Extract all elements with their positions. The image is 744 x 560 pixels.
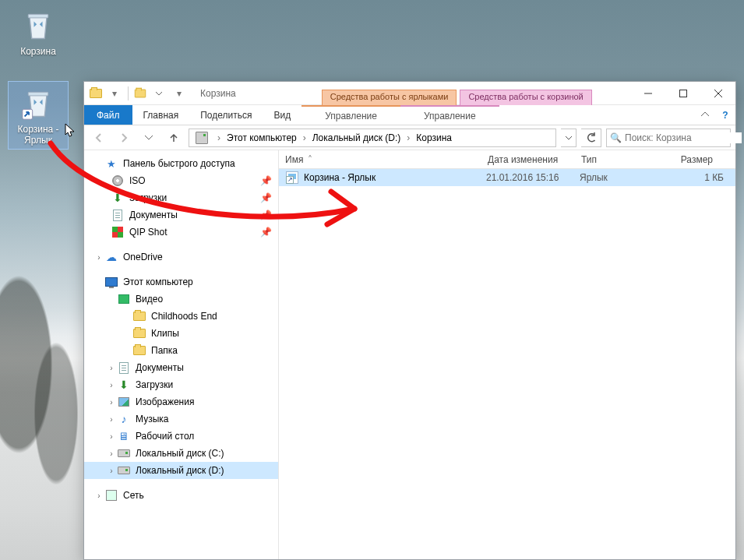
- breadcrumb-this-pc[interactable]: Этот компьютер: [222, 129, 301, 146]
- expander-icon[interactable]: ›: [106, 449, 117, 458]
- tree-desktop[interactable]: › 🖥 Рабочий стол: [84, 428, 278, 445]
- tree-downloads[interactable]: › ⬇ Загрузки: [84, 376, 278, 393]
- tree-pictures[interactable]: › Изображения: [84, 393, 278, 410]
- qat-dropdown-2[interactable]: [150, 85, 167, 102]
- download-icon: ⬇: [111, 191, 125, 205]
- tree-video-sub2[interactable]: Клипы: [84, 325, 278, 342]
- tree-label: Музыка: [136, 414, 272, 424]
- ribbon-tab-manage-recycle[interactable]: Управление: [400, 105, 499, 125]
- ribbon-tab-share[interactable]: Поделиться: [189, 105, 263, 125]
- refresh-button[interactable]: [581, 129, 601, 147]
- qat-properties-icon[interactable]: [133, 86, 147, 100]
- tree-video-sub3[interactable]: Папка: [84, 342, 278, 359]
- pc-icon: [104, 275, 118, 289]
- drive-icon: [117, 463, 131, 477]
- nav-back-button[interactable]: [89, 128, 109, 148]
- context-tab-shortcut-tools[interactable]: Средства работы с ярлыками: [322, 90, 457, 105]
- nav-recent-button[interactable]: [139, 128, 159, 148]
- chevron-down-icon: [145, 134, 153, 142]
- chevron-down-icon: [566, 135, 572, 141]
- column-header-type[interactable]: Тип: [575, 154, 661, 165]
- separator: [128, 86, 129, 100]
- tree-quick-access[interactable]: ★ Панель быстрого доступа: [84, 155, 278, 172]
- svg-rect-0: [28, 14, 48, 18]
- folder-icon: [132, 309, 146, 323]
- tree-qa-qipshot[interactable]: QIP Shot 📌: [84, 224, 278, 241]
- titlebar[interactable]: ▾ ▾ Корзина Средства работы с ярлыками С…: [84, 82, 735, 105]
- tree-label: Загрузки: [129, 192, 257, 203]
- ribbon-tab-view[interactable]: Вид: [263, 105, 301, 125]
- expander-icon[interactable]: ›: [106, 381, 117, 389]
- breadcrumb-chevron[interactable]: ›: [301, 129, 308, 146]
- file-date: 21.01.2016 15:16: [486, 172, 580, 183]
- column-label: Имя: [285, 154, 303, 165]
- network-icon: [104, 488, 118, 502]
- tree-drive-d[interactable]: › Локальный диск (D:): [84, 462, 278, 479]
- ribbon-tab-home[interactable]: Главная: [132, 105, 190, 125]
- tree-video-sub1[interactable]: Childhoods End: [84, 308, 278, 325]
- file-list[interactable]: Корзина - Ярлык 21.01.2016 15:16 Ярлык 1…: [279, 169, 735, 559]
- chevron-up-icon: [701, 111, 709, 118]
- column-header-size[interactable]: Размер: [661, 154, 719, 165]
- breadcrumb-root[interactable]: [191, 129, 216, 146]
- tree-label: OneDrive: [123, 252, 272, 262]
- nav-forward-button[interactable]: [114, 128, 134, 148]
- qat-customize[interactable]: ▾: [171, 85, 188, 102]
- tree-qa-iso[interactable]: ISO 📌: [84, 172, 278, 189]
- arrow-up-icon: [167, 132, 180, 144]
- breadcrumb-drive-d[interactable]: Локальный диск (D:): [308, 129, 406, 146]
- breadcrumb-current[interactable]: Корзина: [411, 129, 457, 146]
- expander-icon[interactable]: ›: [106, 467, 117, 475]
- content-pane: Имя ˄ Дата изменения Тип Размер Корзина …: [279, 150, 735, 559]
- column-header-date[interactable]: Дата изменения: [481, 154, 575, 165]
- tree-music[interactable]: › ♪ Музыка: [84, 410, 278, 428]
- qat-dropdown[interactable]: ▾: [106, 85, 123, 102]
- desktop-icon-recycle-bin[interactable]: Корзина: [8, 3, 69, 61]
- address-history-button[interactable]: [561, 129, 577, 147]
- minimize-button[interactable]: [630, 82, 665, 104]
- ribbon-tab-manage-shortcut[interactable]: Управление: [301, 105, 400, 125]
- refresh-icon: [586, 132, 597, 143]
- disc-icon: [111, 174, 125, 188]
- tree-drive-c[interactable]: › Локальный диск (C:): [84, 445, 278, 462]
- address-bar[interactable]: › Этот компьютер › Локальный диск (D:) ›…: [189, 129, 556, 147]
- tree-label: Локальный диск (C:): [136, 448, 272, 459]
- qip-icon: [111, 225, 125, 239]
- pictures-icon: [117, 395, 131, 409]
- expander-icon[interactable]: ›: [106, 398, 117, 407]
- tree-label: Этот компьютер: [123, 276, 272, 287]
- maximize-button[interactable]: [665, 82, 700, 104]
- expander-icon[interactable]: ›: [93, 253, 104, 262]
- tree-qa-downloads[interactable]: ⬇ Загрузки 📌: [84, 189, 278, 206]
- navigation-tree[interactable]: ★ Панель быстрого доступа ISO 📌 ⬇ Загруз…: [84, 150, 279, 559]
- expander-icon[interactable]: ›: [106, 432, 117, 441]
- breadcrumb-chevron[interactable]: ›: [405, 129, 411, 146]
- nav-up-button[interactable]: [164, 128, 184, 148]
- help-button[interactable]: ?: [715, 110, 735, 121]
- search-box[interactable]: 🔍: [606, 129, 731, 147]
- ribbon-tab-file[interactable]: Файл: [84, 105, 132, 125]
- expander-icon[interactable]: ›: [106, 364, 117, 372]
- close-button[interactable]: [700, 82, 735, 104]
- recycle-bin-icon: [19, 7, 57, 44]
- tree-qa-documents[interactable]: Документы 📌: [84, 206, 278, 224]
- document-icon: [117, 361, 131, 375]
- expander-icon[interactable]: ›: [106, 415, 117, 424]
- pin-icon: 📌: [260, 192, 272, 203]
- tree-network[interactable]: › Сеть: [84, 487, 278, 504]
- tree-video[interactable]: Видео: [84, 291, 278, 308]
- expander-icon[interactable]: ›: [93, 491, 104, 500]
- search-input[interactable]: [625, 132, 742, 143]
- tree-this-pc[interactable]: Этот компьютер: [84, 273, 278, 291]
- tree-documents[interactable]: › Документы: [84, 359, 278, 376]
- ribbon-collapse-button[interactable]: [695, 110, 715, 121]
- desktop-icon-recycle-bin-shortcut[interactable]: Корзина - Ярлык: [8, 81, 69, 150]
- window-folder-icon: [89, 86, 103, 100]
- column-header-name[interactable]: Имя ˄: [279, 154, 481, 165]
- file-row[interactable]: Корзина - Ярлык 21.01.2016 15:16 Ярлык 1…: [279, 169, 735, 186]
- breadcrumb-chevron[interactable]: ›: [216, 129, 222, 146]
- nav-bar: › Этот компьютер › Локальный диск (D:) ›…: [84, 125, 735, 150]
- context-tab-recycle-tools[interactable]: Средства работы с корзиной: [460, 90, 591, 105]
- tree-onedrive[interactable]: › ☁ OneDrive: [84, 248, 278, 266]
- folder-icon: [132, 326, 146, 340]
